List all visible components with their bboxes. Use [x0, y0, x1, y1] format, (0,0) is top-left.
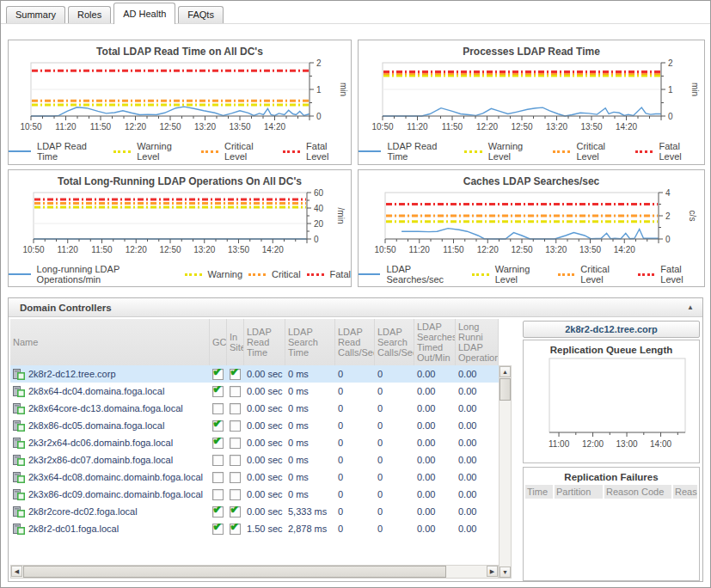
- vertical-scrollbar[interactable]: ▲ ▼: [499, 365, 512, 579]
- in-site-checkbox: [230, 386, 241, 397]
- column-header-reason[interactable]: Reason: [673, 485, 697, 499]
- svg-text:12:50: 12:50: [511, 122, 532, 132]
- legend-label: Critical Level: [576, 141, 628, 162]
- dc-name-label: 2k8x64-dc04.domaina.foga.local: [28, 386, 164, 396]
- timed-out-cell: 0.00: [414, 369, 456, 379]
- search-time-cell: 0 ms: [285, 386, 335, 396]
- legend-label: Fatal Level: [306, 141, 351, 162]
- svg-text:0: 0: [665, 235, 671, 244]
- horizontal-scroll-thumb[interactable]: [23, 566, 446, 578]
- read-calls-cell: 0: [335, 386, 375, 396]
- tab-bar: Summary Roles AD Health FAQts: [6, 3, 224, 23]
- gc-cell: ✔: [210, 386, 227, 397]
- timed-out-cell: 0.00: [414, 524, 456, 534]
- gc-cell: ✔: [210, 369, 227, 380]
- dc-name-cell: 2k3r2x64-dc06.domainb.foga.local: [10, 438, 210, 449]
- table-row[interactable]: 2k8x86-dc05.domaina.foga.local✔0.00 sec0…: [10, 417, 499, 434]
- read-time-cell: 0.00 sec: [244, 386, 285, 396]
- svg-text:14:00: 14:00: [650, 439, 671, 449]
- search-time-cell: 5,333 ms: [285, 506, 335, 517]
- read-calls-cell: 0: [335, 524, 375, 534]
- table-row[interactable]: 2k8x64core-dc13.domaina.foga.local0.00 s…: [10, 400, 499, 417]
- timed-out-cell: 0.00: [414, 472, 456, 482]
- table-row[interactable]: 2k8r2core-dc02.foga.local✔✔0.00 sec5,333…: [10, 503, 499, 520]
- column-header-partition[interactable]: Partition: [555, 485, 603, 499]
- green-check-icon: ✔: [212, 506, 224, 517]
- gc-cell: [210, 489, 227, 500]
- chart-processes-ldap-read-time: Processes LDAP Read Time 10:5011:2011:50…: [358, 40, 705, 165]
- table-row[interactable]: 2k3r2x64-dc06.domainb.foga.local✔0.00 se…: [10, 434, 499, 451]
- svg-text:2: 2: [665, 211, 671, 221]
- table-row[interactable]: 2k3x64-dc08.domainc.domainb.foga.local0.…: [10, 469, 499, 486]
- chart-total-ldap-read-time: Total LDAP Read Time on All DC's 10:5011…: [8, 40, 352, 165]
- selected-dc-button[interactable]: 2k8r2-dc12.tree.corp: [523, 321, 700, 338]
- table-row[interactable]: 2k3r2x86-dc07.domainb.foga.local0.00 sec…: [10, 451, 499, 469]
- search-time-cell: 0 ms: [285, 420, 335, 431]
- scroll-down-button[interactable]: ▼: [500, 567, 511, 578]
- legend-dash-sample: [307, 273, 324, 276]
- svg-text:60: 60: [314, 188, 324, 198]
- tab-summary[interactable]: Summary: [6, 6, 65, 23]
- search-time-cell: 0 ms: [285, 403, 335, 413]
- tab-faqts[interactable]: FAQts: [178, 6, 224, 23]
- timed-out-cell: 0.00: [414, 455, 456, 465]
- scroll-up-button[interactable]: ▲: [500, 366, 511, 377]
- svg-text:12:20: 12:20: [125, 122, 146, 132]
- long-running-cell: 0.00: [456, 506, 499, 517]
- domain-controllers-header[interactable]: Domain Controllers ▲: [9, 298, 702, 317]
- column-header-time[interactable]: Time: [525, 485, 553, 499]
- in-site-cell: [227, 420, 244, 432]
- read-calls-cell: 0: [335, 420, 375, 431]
- vertical-scroll-thumb[interactable]: [500, 378, 511, 401]
- column-header-in-site[interactable]: In Site: [227, 319, 244, 365]
- legend-label: Fatal: [330, 269, 351, 279]
- in-site-checkbox: [230, 455, 241, 466]
- dc-name-cell: 2k8x86-dc05.domaina.foga.local: [10, 420, 210, 432]
- domain-controller-icon: [13, 524, 25, 535]
- scroll-left-button[interactable]: ◀: [11, 566, 22, 577]
- svg-text:1: 1: [316, 85, 322, 95]
- table-row[interactable]: 2k8r2-dc12.tree.corp✔✔0.00 sec0 ms000.00…: [10, 365, 499, 383]
- read-calls-cell: 0: [335, 472, 375, 482]
- column-header-reason-code[interactable]: Reason Code: [604, 485, 671, 499]
- replication-queue-title: Replication Queue Length: [524, 340, 699, 355]
- column-header-timed-out[interactable]: LDAP Searches Timed Out/Min: [414, 319, 456, 365]
- horizontal-scrollbar[interactable]: ◀ ▶: [10, 565, 499, 579]
- column-header-gc[interactable]: GC: [210, 319, 227, 365]
- in-site-cell: [227, 489, 244, 500]
- svg-text:14:20: 14:20: [264, 122, 285, 132]
- column-header-search-calls[interactable]: LDAP Search Calls/Sec: [375, 319, 414, 365]
- chart-title: Total Long-Running LDAP Operations On Al…: [9, 170, 351, 187]
- chart-plot: 11:0012:0013:0014:00: [524, 355, 699, 456]
- long-running-cell: 0.00: [456, 403, 499, 413]
- in-site-checkbox: ✔: [230, 506, 241, 518]
- svg-text:13:20: 13:20: [545, 245, 567, 254]
- column-header-read-time[interactable]: LDAP Read Time: [244, 319, 285, 365]
- column-header-name[interactable]: Name: [10, 319, 210, 365]
- column-header-search-time[interactable]: LDAP Search Time: [285, 319, 335, 365]
- domain-controller-icon: [13, 420, 25, 432]
- legend-label: LDAP Read Time: [387, 141, 458, 162]
- collapse-icon[interactable]: ▲: [687, 303, 694, 311]
- svg-text:11:20: 11:20: [407, 122, 428, 132]
- column-header-long-running[interactable]: Long Runni LDAP Operations: [456, 319, 499, 365]
- svg-text:12:20: 12:20: [126, 245, 147, 254]
- svg-text:0: 0: [668, 112, 673, 121]
- table-row[interactable]: 2k3x86-dc09.domainc.domainb.foga.local0.…: [10, 486, 499, 503]
- tab-ad-health[interactable]: AD Health: [113, 3, 175, 24]
- table-row[interactable]: 2k8r2-dc01.foga.local✔✔1.50 sec2,878 ms0…: [10, 520, 499, 537]
- long-running-cell: 0.00: [456, 420, 499, 431]
- legend-dash-sample: [113, 150, 131, 153]
- tab-roles[interactable]: Roles: [68, 6, 111, 23]
- scroll-right-button[interactable]: ▶: [487, 566, 498, 577]
- gc-cell: [210, 455, 227, 466]
- gc-checkbox: ✔: [212, 420, 224, 432]
- svg-text:12:50: 12:50: [159, 245, 181, 254]
- table-row[interactable]: 2k8x64-dc04.domaina.foga.local✔0.00 sec0…: [10, 383, 499, 400]
- column-header-read-calls[interactable]: LDAP Read Calls/Sec: [335, 319, 375, 365]
- svg-text:0: 0: [314, 235, 319, 244]
- svg-text:10:50: 10:50: [371, 122, 393, 132]
- chart-plot: 10:5011:2011:5012:2012:5013:2013:5014:20…: [10, 58, 349, 140]
- chart-plot: 10:5011:2011:5012:2012:5013:2013:5014:20…: [13, 187, 346, 263]
- svg-text:13:00: 13:00: [616, 439, 638, 449]
